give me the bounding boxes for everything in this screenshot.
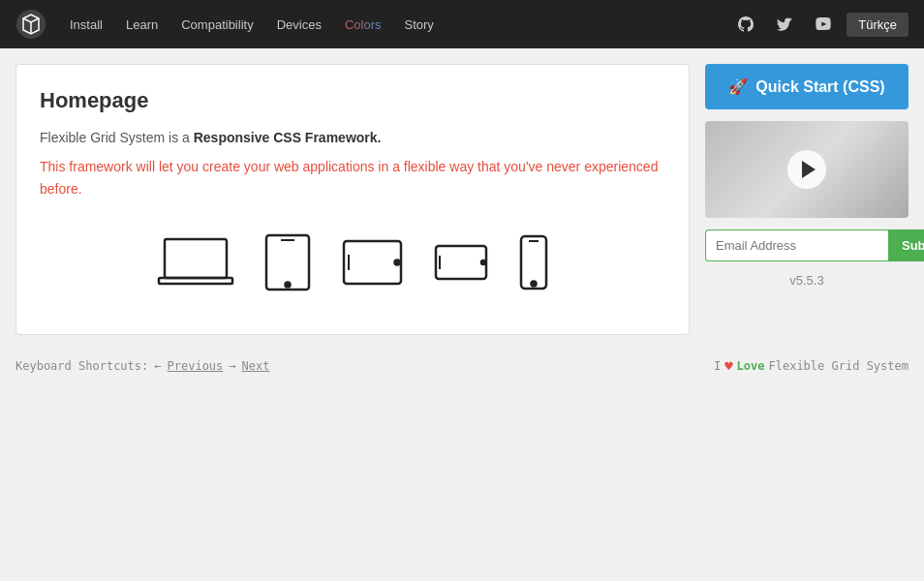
- heart-icon: ♥: [724, 358, 732, 374]
- svg-point-5: [285, 283, 290, 288]
- tablet-landscape-icon: [341, 238, 404, 287]
- nav-devices[interactable]: Devices: [267, 12, 331, 38]
- page-title: Homepage: [40, 88, 665, 113]
- love-word: Love: [737, 359, 765, 373]
- svg-point-14: [531, 282, 536, 287]
- twitter-icon-button[interactable]: [769, 11, 800, 38]
- sidebar: 🚀 Quick Start (CSS) Subscribe v5.5.3: [705, 64, 909, 335]
- desc-text-bold: Responsive CSS Framework.: [194, 130, 382, 145]
- love-prefix: I: [714, 359, 721, 373]
- nav-story[interactable]: Story: [394, 12, 443, 38]
- email-input[interactable]: [705, 229, 888, 261]
- next-arrow-icon: →: [229, 359, 235, 373]
- keyboard-shortcuts-label: Keyboard Shortcuts:: [15, 359, 148, 373]
- prev-arrow-icon: ←: [154, 359, 161, 373]
- quick-start-label: Quick Start (CSS): [755, 78, 884, 96]
- subscribe-row: Subscribe: [705, 229, 909, 261]
- desc-text-normal: Flexible Grid System is a: [40, 130, 194, 145]
- card-description: Flexible Grid System is a Responsive CSS…: [40, 127, 665, 148]
- footer-keyboard-shortcuts: Keyboard Shortcuts: ← Previous → Next: [15, 359, 269, 373]
- play-button[interactable]: [787, 150, 826, 189]
- svg-point-8: [394, 260, 399, 265]
- phone-icon: [518, 233, 549, 291]
- github-icon-button[interactable]: [730, 11, 761, 38]
- nav-learn[interactable]: Learn: [116, 12, 168, 38]
- main-card: Homepage Flexible Grid System is a Respo…: [15, 64, 690, 335]
- youtube-icon-button[interactable]: [808, 11, 839, 38]
- language-button[interactable]: Türkçe: [847, 13, 909, 37]
- subscribe-button[interactable]: Subscribe: [888, 229, 924, 261]
- svg-rect-10: [436, 246, 486, 279]
- quick-start-button[interactable]: 🚀 Quick Start (CSS): [705, 64, 909, 109]
- svg-rect-7: [344, 241, 401, 284]
- footer-love: I ♥ Love Flexible Grid System: [714, 358, 909, 374]
- nav-install[interactable]: Install: [60, 12, 112, 38]
- next-label[interactable]: Next: [242, 359, 270, 373]
- laptop-icon: [157, 233, 234, 291]
- logo[interactable]: [15, 9, 46, 40]
- navbar-right: Türkçe: [730, 11, 909, 38]
- video-thumbnail[interactable]: [705, 121, 909, 218]
- tablet-portrait-icon: [263, 232, 312, 292]
- small-tablet-landscape-icon: [433, 243, 489, 282]
- card-description-red: This framework will let you create your …: [40, 156, 665, 199]
- footer: Keyboard Shortcuts: ← Previous → Next I …: [0, 351, 924, 382]
- svg-rect-1: [165, 239, 227, 278]
- rocket-icon: 🚀: [728, 77, 748, 96]
- svg-point-11: [481, 260, 485, 264]
- love-suffix: Flexible Grid System: [769, 359, 909, 373]
- devices-row: [40, 223, 665, 302]
- prev-label[interactable]: Previous: [168, 359, 224, 373]
- navbar: Install Learn Compatibility Devices Colo…: [0, 0, 924, 48]
- main-container: Homepage Flexible Grid System is a Respo…: [0, 48, 924, 351]
- nav-compatibility[interactable]: Compatibility: [171, 12, 262, 38]
- version-text: v5.5.3: [705, 273, 909, 288]
- nav-colors[interactable]: Colors: [335, 12, 391, 38]
